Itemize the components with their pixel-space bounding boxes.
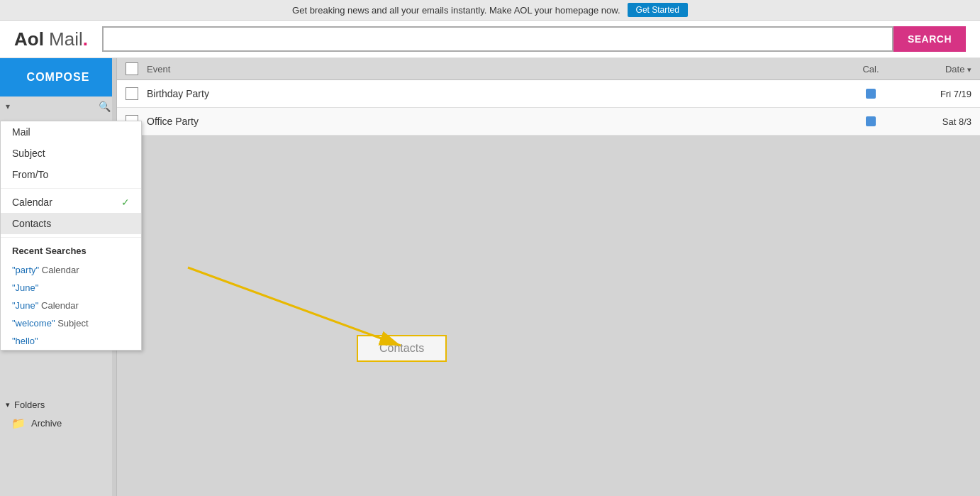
archive-folder-item[interactable]: 📁 Archive (6, 413, 111, 434)
logo-aol: Aol (14, 28, 44, 50)
dropdown-item-mail[interactable]: Mail (1, 121, 141, 143)
row-date-1: Sat 8/3 (901, 116, 971, 127)
dropdown-item-contacts[interactable]: Contacts (1, 213, 141, 234)
logo-dot: . (83, 28, 88, 50)
contacts-highlight-label: Contacts (379, 342, 424, 354)
dropdown-item-fromto[interactable]: From/To (1, 164, 141, 185)
recent-item-1[interactable]: "June" (1, 279, 141, 297)
top-banner: Get breaking news and all your emails in… (0, 0, 980, 21)
table-header: Event Cal. Date ▾ (117, 58, 980, 80)
dropdown-divider (1, 188, 141, 189)
collapse-icon: ▾ (6, 101, 10, 111)
get-started-button[interactable]: Get Started (628, 3, 688, 17)
col-event-header: Event (147, 64, 841, 75)
sort-arrow-icon: ▾ (967, 65, 971, 74)
select-all-checkbox[interactable] (126, 62, 138, 75)
dropdown-item-subject[interactable]: Subject (1, 143, 141, 164)
row-cal-0 (850, 89, 892, 99)
archive-label: Archive (31, 418, 62, 429)
check-icon: ✓ (121, 197, 130, 208)
contacts-highlight-box: Contacts (357, 335, 447, 362)
folders-header[interactable]: ▾ Folders (6, 397, 111, 413)
sidebar-collapse-row[interactable]: ▾ 🔍 (0, 97, 116, 116)
row-event-1: Office Party (147, 116, 841, 127)
table-row: Birthday Party Fri 7/19 (117, 80, 980, 108)
sidebar: COMPOSE ▾ 🔍 Mail Subject From/To Calenda… (0, 58, 117, 496)
folders-section: ▾ Folders 📁 Archive (0, 390, 116, 441)
row-cal-1 (850, 116, 892, 126)
search-input[interactable] (102, 26, 893, 52)
recent-item-3[interactable]: "welcome" Subject (1, 314, 141, 332)
dropdown-item-calendar[interactable]: Calendar ✓ (1, 192, 141, 213)
dropdown-divider-2 (1, 237, 141, 238)
recent-item-4[interactable]: "hello" (1, 332, 141, 350)
search-icon[interactable]: 🔍 (99, 101, 111, 112)
cal-color-dot-1 (866, 116, 876, 126)
header: Aol Mail. SEARCH (0, 21, 980, 58)
svg-line-1 (188, 268, 401, 346)
search-dropdown: Mail Subject From/To Calendar ✓ Contacts… (0, 121, 142, 351)
banner-text: Get breaking news and all your emails in… (292, 5, 620, 16)
col-date-header[interactable]: Date ▾ (901, 64, 971, 75)
row-date-0: Fri 7/19 (901, 89, 971, 99)
folders-chevron-icon: ▾ (6, 400, 10, 409)
content-area: Event Cal. Date ▾ Birthday Party Fri 7/1… (117, 58, 980, 496)
row-event-0: Birthday Party (147, 88, 841, 99)
recent-item-2[interactable]: "June" Calendar (1, 297, 141, 314)
cal-color-dot-0 (866, 89, 876, 99)
col-cal-header: Cal. (850, 64, 892, 75)
search-button[interactable]: SEARCH (893, 26, 966, 52)
table-row: Office Party Sat 8/3 (117, 108, 980, 136)
folder-icon: 📁 (11, 417, 26, 430)
aol-logo: Aol Mail. (14, 28, 88, 50)
main-layout: COMPOSE ▾ 🔍 Mail Subject From/To Calenda… (0, 58, 980, 496)
search-bar: SEARCH (102, 26, 966, 52)
recent-searches-title: Recent Searches (1, 241, 141, 261)
compose-button[interactable]: COMPOSE (0, 58, 116, 97)
logo-mail: Mail (44, 28, 83, 50)
recent-item-0[interactable]: "party" Calendar (1, 261, 141, 279)
folders-label: Folders (14, 399, 45, 410)
row-checkbox-0[interactable] (126, 87, 138, 100)
